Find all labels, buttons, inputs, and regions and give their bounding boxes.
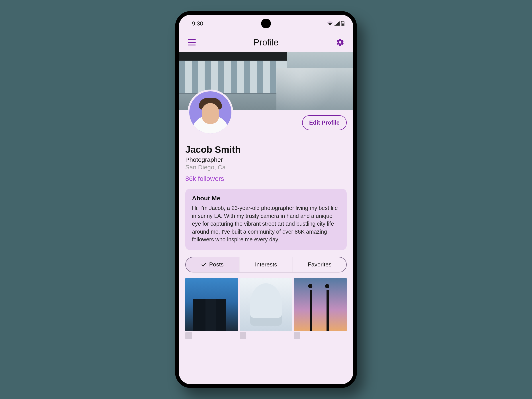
menu-button[interactable]: [186, 37, 197, 48]
svg-rect-3: [188, 39, 196, 40]
battery-icon: [341, 21, 344, 26]
tab-favorites-label: Favorites: [308, 261, 332, 268]
settings-button[interactable]: [335, 37, 346, 48]
post-thumbnail[interactable]: [185, 332, 192, 339]
svg-rect-5: [188, 44, 196, 45]
post-thumbnail[interactable]: [240, 332, 246, 339]
hamburger-icon: [188, 39, 196, 45]
gear-icon: [336, 38, 344, 47]
profile-location: San Diego, Ca: [185, 164, 347, 171]
status-time: 9:30: [192, 20, 203, 27]
page-title: Profile: [197, 38, 335, 47]
device-frame: 9:30 Profile: [175, 11, 357, 388]
post-thumbnail[interactable]: [240, 278, 293, 331]
post-thumbnail[interactable]: [294, 332, 300, 339]
posts-grid: [185, 278, 347, 331]
app-bar: Profile: [179, 32, 353, 52]
followers-link[interactable]: 86k followers: [185, 175, 347, 183]
check-icon: [201, 262, 206, 267]
profile-name: Jacob Smith: [185, 144, 347, 155]
about-card: About Me Hi, I'm Jacob, a 23-year-old ph…: [185, 189, 347, 250]
tab-posts[interactable]: Posts: [186, 257, 239, 272]
avatar[interactable]: [188, 89, 233, 135]
post-thumbnail[interactable]: [185, 278, 238, 331]
tab-posts-label: Posts: [209, 261, 223, 268]
post-thumbnail[interactable]: [294, 278, 347, 331]
about-body: Hi, I'm Jacob, a 23-year-old photographe…: [192, 204, 340, 244]
wifi-icon: [327, 21, 333, 26]
profile-role: Photographer: [185, 156, 347, 163]
cellular-icon: [334, 21, 340, 26]
svg-rect-2: [342, 24, 344, 26]
content-scroll[interactable]: Edit Profile Jacob Smith Photographer Sa…: [179, 52, 353, 384]
camera-hole: [261, 19, 271, 28]
profile-tabs: Posts Interests Favorites: [185, 257, 347, 272]
tab-favorites[interactable]: Favorites: [293, 257, 346, 272]
tab-interests[interactable]: Interests: [239, 257, 293, 272]
about-title: About Me: [192, 195, 340, 202]
status-icons: [327, 21, 344, 26]
edit-profile-button[interactable]: Edit Profile: [302, 115, 347, 130]
posts-grid-row2: [185, 332, 347, 339]
svg-rect-4: [188, 42, 196, 43]
tab-interests-label: Interests: [255, 261, 277, 268]
screen: 9:30 Profile: [179, 15, 353, 384]
identity-block: Jacob Smith Photographer San Diego, Ca 8…: [185, 130, 347, 183]
